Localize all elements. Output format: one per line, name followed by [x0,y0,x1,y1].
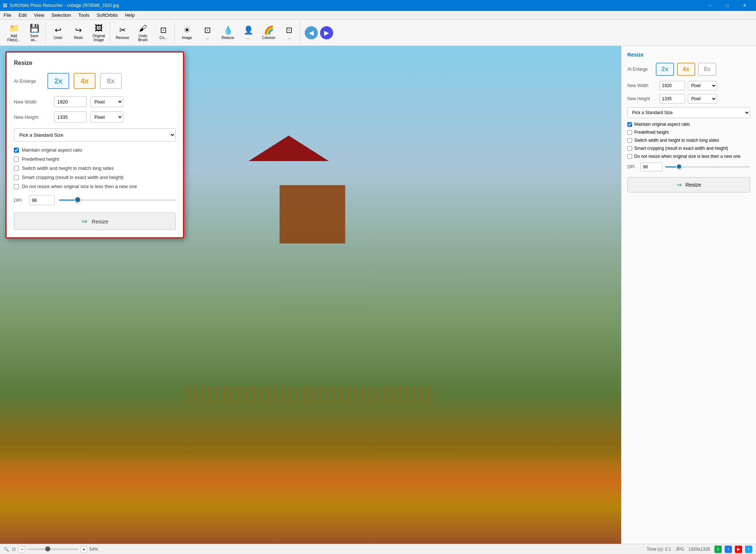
save-as-button[interactable]: 💾 Save as... [25,23,44,43]
panel-standard-size-select[interactable]: Pick a Standard Size [627,107,750,118]
panel-predefined-checkbox[interactable] [627,130,632,135]
panel-dpi-thumb [676,164,682,169]
remove-button[interactable]: ✂ Remove [113,23,132,43]
crop-icon-status: ⊡ [12,547,16,552]
maintain-ratio-label[interactable]: Maintain original aspect ratio [22,147,82,153]
panel-width-unit[interactable]: Pixel [688,81,717,90]
close-button[interactable]: ✕ [736,0,753,11]
no-resize-label[interactable]: Do not resize when original size is less… [22,184,137,189]
redo-label: Redo [74,36,83,40]
menu-edit[interactable]: Edit [15,11,30,19]
fence [186,386,435,405]
panel-smart-crop-checkbox[interactable] [627,146,632,151]
panel-maintain-ratio-checkbox[interactable] [627,122,632,127]
panel-enlarge-8x-button[interactable]: 8x [698,63,716,76]
new-height-input[interactable] [54,112,87,122]
panel-dpi-row: DPI [627,163,750,171]
dpi-input[interactable] [29,195,55,205]
facebook-icon[interactable]: f [725,546,732,553]
panel-switch-checkbox[interactable] [627,138,632,143]
original-image-button[interactable]: 🖼 Original Image [89,23,108,43]
panel-ai-enlarge: AI Enlarge 2x 4x 8x [627,63,750,76]
zoom-plus-button[interactable]: + [81,546,87,553]
crop-icon: ⊡ [160,26,167,35]
panel-maintain-label[interactable]: Maintain original aspect ratio [634,122,690,127]
dpi-label: DPI [14,198,25,203]
menu-file[interactable]: File [0,11,15,19]
panel-height-input[interactable] [659,94,685,104]
enlarge-4x-button[interactable]: 4x [74,73,96,89]
undo-button[interactable]: ↩ Undo [48,23,67,43]
maintain-ratio-checkbox[interactable] [14,148,19,153]
menu-help[interactable]: Help [121,11,139,19]
menu-view[interactable]: View [30,11,48,19]
undo-brush-button[interactable]: 🖌 Undo Brush [133,23,152,43]
menu-tools[interactable]: Tools [75,11,93,19]
panel-height-unit[interactable]: Pixel [688,94,717,104]
dpi-slider[interactable] [59,199,176,201]
panel-dpi-label: DPI [627,164,638,169]
youtube-icon[interactable]: ▶ [735,546,742,553]
zoom-minus-button[interactable]: − [19,546,25,553]
perspective-label: ... [206,36,209,40]
toolbar: 📁 Add File(s)... 💾 Save as... ↩ Undo ↪ R… [0,20,756,46]
add-files-button[interactable]: 📁 Add File(s)... [4,23,23,43]
panel-dpi-slider[interactable] [665,166,750,168]
enlarge-8x-button[interactable]: 8x [100,73,122,89]
perspective-button[interactable]: ⊡ ... [198,23,217,43]
panel-width-input[interactable] [659,81,685,90]
panel-dpi-input[interactable] [640,163,662,171]
dpi-slider-track [59,199,77,201]
enlarge-2x-button[interactable]: 2x [47,73,69,89]
softorbits-icon[interactable]: S [714,546,722,553]
menu-bar: File Edit View Selection Tools SoftOrbit… [0,11,756,20]
panel-width-label: New Width [627,83,656,88]
menu-softorbits[interactable]: SoftOrbits [93,11,121,19]
panel-smart-label[interactable]: Smart cropping (result in exact width an… [634,146,728,151]
maximize-button[interactable]: □ [719,0,736,11]
more-button[interactable]: ⊡ ... [280,23,299,43]
smart-crop-label[interactable]: Smart cropping (result in exact width an… [22,175,124,180]
new-width-input[interactable] [54,96,87,107]
panel-noresize-checkbox[interactable] [627,154,632,159]
height-unit-select[interactable]: Pixel [90,112,123,122]
width-unit-select[interactable]: Pixel [90,96,123,107]
panel-resize-button[interactable]: ⇒ Resize [627,177,750,192]
nav-next-button[interactable]: ▶ [320,26,333,39]
predefined-height-label[interactable]: Predefined height [22,156,59,162]
resize-button[interactable]: ⇒ Resize [14,212,176,230]
panel-enlarge-2x-button[interactable]: 2x [656,63,674,76]
panel-cb-noresize: Do not resize when original size is less… [627,154,750,159]
panel-predefined-label[interactable]: Predefined height [634,130,669,135]
standard-size-row: Pick a Standard Size [14,128,176,141]
smart-crop-checkbox[interactable] [14,175,19,180]
zoom-slider[interactable] [27,549,78,550]
panel-ai-label: AI Enlarge [627,67,653,72]
reduce-button[interactable]: 💧 Reduce [218,23,237,43]
standard-size-select[interactable]: Pick a Standard Size [14,128,176,141]
redo-button[interactable]: ↪ Redo [69,23,88,43]
minimize-button[interactable]: ─ [701,0,718,11]
panel-switch-label[interactable]: Switch width and height to match long si… [634,138,719,143]
no-resize-checkbox[interactable] [14,184,19,189]
checkbox-smart-crop: Smart cropping (result in exact width an… [14,175,176,180]
switch-sides-checkbox[interactable] [14,166,19,171]
image-button[interactable]: ☀ Image [178,23,196,43]
reduce-icon: 💧 [223,26,233,35]
menu-selection[interactable]: Selection [48,11,74,19]
original-image-label: Original Image [93,34,105,42]
switch-sides-label[interactable]: Switch width and height to match long si… [22,165,114,171]
portrait-button[interactable]: 👤 ... [239,23,258,43]
undo-label: Undo [54,36,62,40]
crop-button[interactable]: ⊡ Co... [154,23,173,43]
colorize-button[interactable]: 🌈 Colorize [259,23,278,43]
image-label: Image [182,36,192,40]
panel-enlarge-4x-button[interactable]: 4x [677,63,695,76]
nav-prev-button[interactable]: ◀ [305,26,318,39]
predefined-height-checkbox[interactable] [14,157,19,162]
panel-noresize-label[interactable]: Do not resize when original size is less… [634,154,741,159]
twitter-icon[interactable]: t [745,546,752,553]
new-height-label: New Height [14,114,50,120]
ai-enlarge-section: AI Enlarge 2x 4x 8x [14,73,176,89]
new-height-row: New Height Pixel [14,112,176,122]
